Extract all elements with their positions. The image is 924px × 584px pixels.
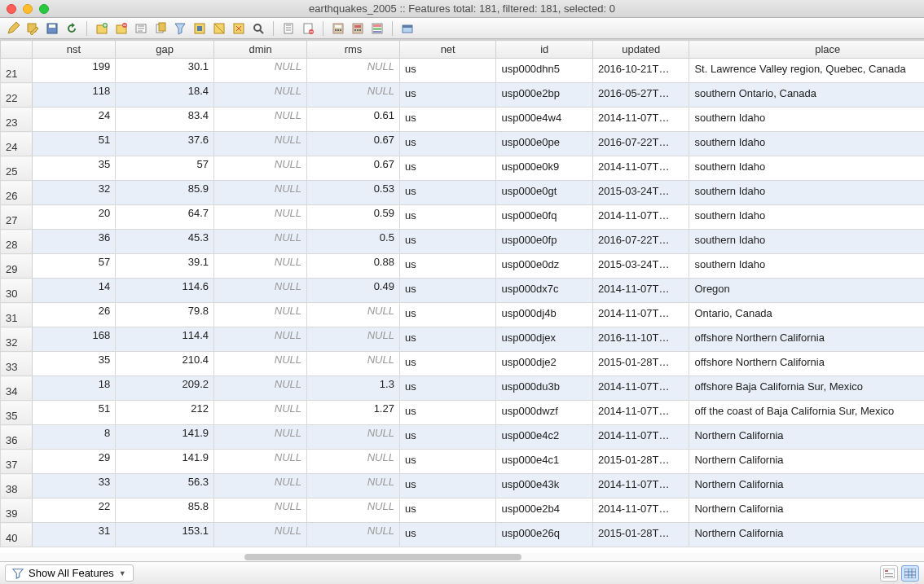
cell-rms[interactable]: NULL bbox=[307, 59, 400, 83]
cell-place[interactable]: southern Ontario, Canada bbox=[689, 83, 924, 108]
cell-dmin[interactable]: NULL bbox=[214, 156, 307, 181]
filter-icon[interactable] bbox=[172, 20, 188, 37]
cell-net[interactable]: us bbox=[399, 376, 496, 401]
column-header-updated[interactable]: updated bbox=[592, 41, 689, 59]
cell-net[interactable]: us bbox=[399, 230, 496, 254]
cell-net[interactable]: us bbox=[399, 156, 496, 181]
cell-gap[interactable]: 37.6 bbox=[116, 132, 214, 156]
table-row[interactable]: 3335210.4NULLNULLususp000dje22015-01-28T… bbox=[1, 352, 925, 376]
cell-gap[interactable]: 56.3 bbox=[116, 474, 214, 498]
table-row[interactable]: 272064.7NULL0.59ususp000e0fq2014-11-07T…… bbox=[1, 205, 925, 230]
cell-updated[interactable]: 2016-10-21T… bbox=[592, 59, 689, 83]
add-feature-icon[interactable] bbox=[94, 20, 110, 37]
cell-id[interactable]: usp000e0fq bbox=[496, 205, 593, 230]
cell-net[interactable]: us bbox=[399, 279, 496, 303]
cell-dmin[interactable]: NULL bbox=[214, 450, 307, 474]
cell-gap[interactable]: 83.4 bbox=[116, 108, 214, 132]
cell-net[interactable]: us bbox=[399, 474, 496, 498]
cell-id[interactable]: usp000djex bbox=[496, 327, 593, 352]
cell-nst[interactable]: 35 bbox=[32, 352, 116, 376]
select-icon[interactable] bbox=[191, 20, 208, 37]
cell-place[interactable]: Northern California bbox=[689, 474, 924, 498]
cell-updated[interactable]: 2014-11-07T… bbox=[592, 401, 689, 425]
column-header-net[interactable]: net bbox=[399, 41, 496, 59]
cell-net[interactable]: us bbox=[399, 352, 496, 376]
cell-gap[interactable]: 210.4 bbox=[116, 352, 214, 376]
cell-gap[interactable]: 209.2 bbox=[116, 376, 214, 401]
row-number[interactable]: 21 bbox=[1, 59, 33, 83]
cell-place[interactable]: offshore Northern California bbox=[689, 327, 924, 352]
cell-dmin[interactable]: NULL bbox=[214, 230, 307, 254]
table-row[interactable]: 2119930.1NULLNULLususp000dhn52016-10-21T… bbox=[1, 59, 925, 83]
cell-dmin[interactable]: NULL bbox=[214, 205, 307, 230]
row-number[interactable]: 22 bbox=[1, 83, 33, 108]
horizontal-scrollbar[interactable] bbox=[0, 553, 924, 561]
cell-gap[interactable]: 18.4 bbox=[116, 83, 214, 108]
cell-place[interactable]: southern Idaho bbox=[689, 254, 924, 279]
cell-updated[interactable]: 2015-01-28T… bbox=[592, 523, 689, 547]
cell-dmin[interactable]: NULL bbox=[214, 83, 307, 108]
cell-place[interactable]: off the coast of Baja California Sur, Me… bbox=[689, 401, 924, 425]
cell-nst[interactable]: 36 bbox=[32, 230, 116, 254]
cell-rms[interactable]: 0.67 bbox=[307, 132, 400, 156]
cell-rms[interactable]: 0.67 bbox=[307, 156, 400, 181]
row-number[interactable]: 23 bbox=[1, 108, 33, 132]
cell-gap[interactable]: 85.9 bbox=[116, 181, 214, 205]
cell-updated[interactable]: 2014-11-07T… bbox=[592, 474, 689, 498]
cell-place[interactable]: St. Lawrence Valley region, Quebec, Cana… bbox=[689, 59, 924, 83]
table-row[interactable]: 3551212NULL1.27ususp000dwzf2014-11-07T…o… bbox=[1, 401, 925, 425]
row-number[interactable]: 29 bbox=[1, 254, 33, 279]
row-number[interactable]: 39 bbox=[1, 498, 33, 523]
cell-updated[interactable]: 2016-05-27T… bbox=[592, 83, 689, 108]
row-number[interactable]: 34 bbox=[1, 376, 33, 401]
column-header-dmin[interactable]: dmin bbox=[214, 41, 307, 59]
cell-id[interactable]: usp000dj4b bbox=[496, 303, 593, 327]
cell-nst[interactable]: 26 bbox=[32, 303, 116, 327]
cell-nst[interactable]: 29 bbox=[32, 450, 116, 474]
cell-nst[interactable]: 57 bbox=[32, 254, 116, 279]
cell-dmin[interactable]: NULL bbox=[214, 352, 307, 376]
cell-updated[interactable]: 2016-07-22T… bbox=[592, 132, 689, 156]
cell-place[interactable]: southern Idaho bbox=[689, 230, 924, 254]
cell-id[interactable]: usp000e4w4 bbox=[496, 108, 593, 132]
cell-dmin[interactable]: NULL bbox=[214, 303, 307, 327]
table-row[interactable]: 368141.9NULLNULLususp000e4c22014-11-07T…… bbox=[1, 425, 925, 450]
cell-place[interactable]: southern Idaho bbox=[689, 108, 924, 132]
cell-gap[interactable]: 57 bbox=[116, 156, 214, 181]
cell-nst[interactable]: 20 bbox=[32, 205, 116, 230]
cell-dmin[interactable]: NULL bbox=[214, 108, 307, 132]
cell-net[interactable]: us bbox=[399, 523, 496, 547]
cell-gap[interactable]: 141.9 bbox=[116, 450, 214, 474]
cell-rms[interactable]: NULL bbox=[307, 425, 400, 450]
cell-net[interactable]: us bbox=[399, 401, 496, 425]
cell-gap[interactable]: 30.1 bbox=[116, 59, 214, 83]
row-number[interactable]: 28 bbox=[1, 230, 33, 254]
cell-nst[interactable]: 33 bbox=[32, 474, 116, 498]
field-calc-icon[interactable] bbox=[330, 20, 346, 37]
row-number[interactable]: 33 bbox=[1, 352, 33, 376]
cell-dmin[interactable]: NULL bbox=[214, 401, 307, 425]
cell-place[interactable]: Northern California bbox=[689, 523, 924, 547]
cell-rms[interactable]: NULL bbox=[307, 450, 400, 474]
row-number[interactable]: 32 bbox=[1, 327, 33, 352]
cell-dmin[interactable]: NULL bbox=[214, 279, 307, 303]
row-number-header[interactable] bbox=[1, 41, 33, 59]
cell-rms[interactable]: 1.27 bbox=[307, 401, 400, 425]
cell-place[interactable]: Northern California bbox=[689, 498, 924, 523]
cell-place[interactable]: southern Idaho bbox=[689, 205, 924, 230]
cell-gap[interactable]: 85.8 bbox=[116, 498, 214, 523]
table-row[interactable]: 312679.8NULLNULLususp000dj4b2014-11-07T…… bbox=[1, 303, 925, 327]
table-row[interactable]: 3418209.2NULL1.3ususp000du3b2014-11-07T…… bbox=[1, 376, 925, 401]
table-row[interactable]: 32168114.4NULLNULLususp000djex2016-11-10… bbox=[1, 327, 925, 352]
cell-place[interactable]: offshore Northern California bbox=[689, 352, 924, 376]
show-all-features-button[interactable]: Show All Features ▼ bbox=[5, 564, 134, 582]
form-view-button[interactable] bbox=[880, 565, 898, 582]
attribute-table[interactable]: nstgapdminrmsnetidupdatedplacetype211993… bbox=[0, 39, 924, 553]
edit-multi-icon[interactable] bbox=[24, 20, 41, 37]
cell-dmin[interactable]: NULL bbox=[214, 132, 307, 156]
column-header-gap[interactable]: gap bbox=[116, 41, 214, 59]
cell-dmin[interactable]: NULL bbox=[214, 327, 307, 352]
cell-nst[interactable]: 51 bbox=[32, 401, 116, 425]
cell-place[interactable]: southern Idaho bbox=[689, 132, 924, 156]
table-row[interactable]: 263285.9NULL0.53ususp000e0gt2015-03-24T…… bbox=[1, 181, 925, 205]
